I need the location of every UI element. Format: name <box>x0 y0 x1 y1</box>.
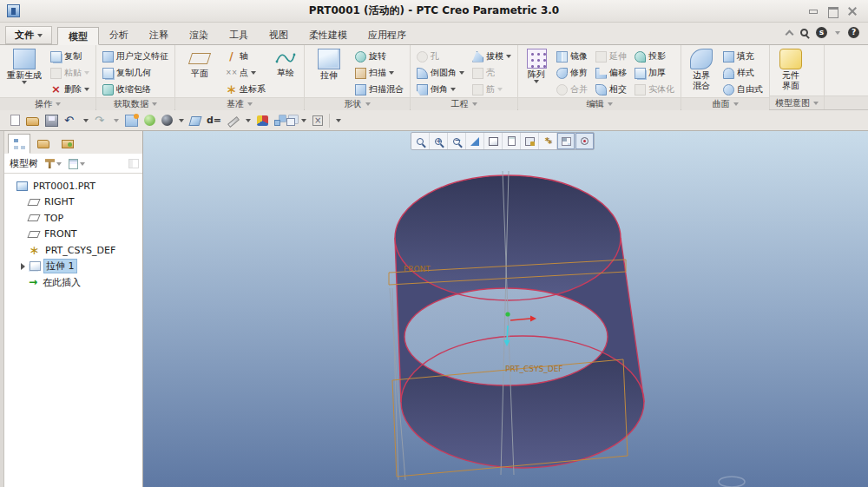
delete-button[interactable]: 删除 <box>48 82 92 97</box>
tree-item-front-plane[interactable]: FRONT <box>4 227 142 243</box>
pattern-button[interactable]: 阵列 <box>522 48 551 83</box>
trim-button[interactable]: 修剪 <box>554 65 590 81</box>
freestyle-button[interactable]: 自由式 <box>720 82 766 97</box>
tab-model[interactable]: 模型 <box>57 27 99 45</box>
view-manager-icon[interactable] <box>521 133 539 149</box>
help-icon[interactable] <box>848 27 859 38</box>
minimize-icon[interactable] <box>808 7 818 16</box>
favorites-tab[interactable] <box>56 134 79 154</box>
thicken-button[interactable]: 加厚 <box>632 65 677 81</box>
tab-analysis[interactable]: 分析 <box>99 26 139 44</box>
tab-render[interactable]: 渲染 <box>179 26 219 44</box>
tree-item-csys[interactable]: PRT_CSYS_DEF <box>4 242 142 259</box>
copy-button[interactable]: 复制 <box>48 49 92 64</box>
tree-settings-button[interactable] <box>45 159 62 168</box>
tab-tools[interactable]: 工具 <box>219 26 259 44</box>
annotation-display-icon[interactable] <box>557 133 575 149</box>
front-plane-label[interactable]: FRONT <box>404 265 431 273</box>
group-label-operations[interactable]: 操作 <box>0 97 95 110</box>
intersect-button[interactable]: 相交 <box>593 82 629 97</box>
open-file-icon[interactable] <box>26 117 39 126</box>
chevron-down-icon[interactable] <box>114 119 119 122</box>
sweep-button[interactable]: 扫描 <box>352 65 406 81</box>
component-icon[interactable] <box>274 120 280 126</box>
tree-filters-button[interactable] <box>69 159 85 169</box>
saved-orientations-icon[interactable] <box>503 133 521 149</box>
tab-view[interactable]: 视图 <box>259 26 299 44</box>
regenerate-button[interactable]: 重新生成 <box>3 48 45 84</box>
datum-axis-button[interactable]: 轴 <box>223 49 268 64</box>
render-sphere-icon[interactable] <box>144 115 155 126</box>
group-label-get-data[interactable]: 获取数据 <box>96 97 174 110</box>
group-label-datum[interactable]: 基准 <box>175 97 304 110</box>
new-file-icon[interactable] <box>10 115 20 126</box>
csys-label[interactable]: PRT_CSYS_DEF <box>505 365 563 373</box>
revolve-button[interactable]: 旋转 <box>352 49 406 64</box>
undo-icon[interactable] <box>64 115 77 127</box>
tree-item-part[interactable]: PRT0001.PRT <box>4 178 142 194</box>
chevron-down-icon[interactable] <box>83 119 89 122</box>
group-label-model-intent[interactable]: 模型意图 <box>770 95 824 109</box>
extrude-button[interactable]: 拉伸 <box>308 48 350 81</box>
save-icon[interactable] <box>45 115 58 127</box>
tab-annotate[interactable]: 注释 <box>139 26 179 44</box>
sketch-button[interactable]: 草绘 <box>271 48 300 78</box>
style-button[interactable]: 样式 <box>720 65 766 81</box>
datum-plane-button[interactable]: 平面 <box>179 48 220 79</box>
chevron-down-icon[interactable] <box>301 119 306 122</box>
shade-sphere-icon[interactable] <box>161 115 173 126</box>
tab-flexible-modeling[interactable]: 柔性建模 <box>299 26 358 44</box>
boundary-blend-button[interactable]: 边界混合 <box>685 48 718 91</box>
tab-applications[interactable]: 应用程序 <box>358 26 417 44</box>
redo-icon[interactable] <box>95 115 108 127</box>
datum-point-button[interactable]: 点 <box>223 65 268 81</box>
close-icon[interactable] <box>848 7 858 16</box>
chamfer-button[interactable]: 倒角 <box>414 82 467 97</box>
community-icon[interactable] <box>816 27 827 38</box>
tree-item-extrude-1[interactable]: 拉伸 1 <box>4 259 142 275</box>
user-defined-feature-button[interactable]: 用户定义特征 <box>100 49 171 64</box>
fill-button[interactable]: 填充 <box>720 49 766 64</box>
offset-button[interactable]: 偏移 <box>593 65 629 81</box>
zoom-out-icon[interactable] <box>448 133 466 149</box>
expander-icon[interactable] <box>21 263 25 270</box>
appearance-gallery-icon[interactable] <box>257 115 268 126</box>
zoom-in-icon[interactable] <box>430 133 448 149</box>
restore-icon[interactable] <box>828 7 838 16</box>
command-search-icon[interactable] <box>800 29 808 36</box>
tree-item-top-plane[interactable]: TOP <box>4 210 142 227</box>
chevron-down-icon[interactable] <box>835 31 840 35</box>
round-button[interactable]: 倒圆角 <box>414 65 467 81</box>
regenerate-icon[interactable] <box>125 115 138 127</box>
windows-icon[interactable] <box>286 118 295 126</box>
datum-display-icon[interactable]: *⁎ <box>539 133 557 149</box>
swept-blend-button[interactable]: 扫描混合 <box>352 82 406 97</box>
group-label-surfaces[interactable]: 曲面 <box>681 97 769 110</box>
mirror-button[interactable]: 镜像 <box>554 49 590 64</box>
spin-center-icon[interactable] <box>575 133 594 149</box>
dimension-icon[interactable]: d= <box>207 115 221 127</box>
tree-item-right-plane[interactable]: RIGHT <box>4 194 142 211</box>
repaint-icon[interactable] <box>466 133 484 149</box>
close-window-icon[interactable] <box>312 115 323 126</box>
plane-display-icon[interactable] <box>188 116 201 126</box>
draft-button[interactable]: 拔模 <box>470 49 514 64</box>
file-menu-button[interactable]: 文件 <box>5 26 52 44</box>
chevron-down-icon[interactable] <box>246 119 251 122</box>
copy-geometry-button[interactable]: 复制几何 <box>100 65 171 81</box>
group-label-editing[interactable]: 编辑 <box>518 97 681 110</box>
component-interface-button[interactable]: 元件界面 <box>773 48 808 91</box>
model-tree-tab[interactable] <box>8 134 30 154</box>
shrinkwrap-button[interactable]: 收缩包络 <box>100 82 171 97</box>
chevron-down-icon[interactable] <box>179 119 184 122</box>
3d-viewport-canvas[interactable]: FRONT PRT_CSYS_DEF <box>143 131 868 487</box>
display-style-icon[interactable] <box>484 133 503 149</box>
cylinder-model[interactable] <box>395 175 644 468</box>
project-button[interactable]: 投影 <box>632 49 677 64</box>
coordinate-system-button[interactable]: 坐标系 <box>223 82 268 97</box>
refit-icon[interactable] <box>411 133 430 149</box>
measure-icon[interactable] <box>227 116 240 128</box>
folder-browser-tab[interactable] <box>32 134 55 154</box>
collapse-ribbon-icon[interactable] <box>786 30 792 36</box>
group-label-shapes[interactable]: 形状 <box>305 97 410 110</box>
